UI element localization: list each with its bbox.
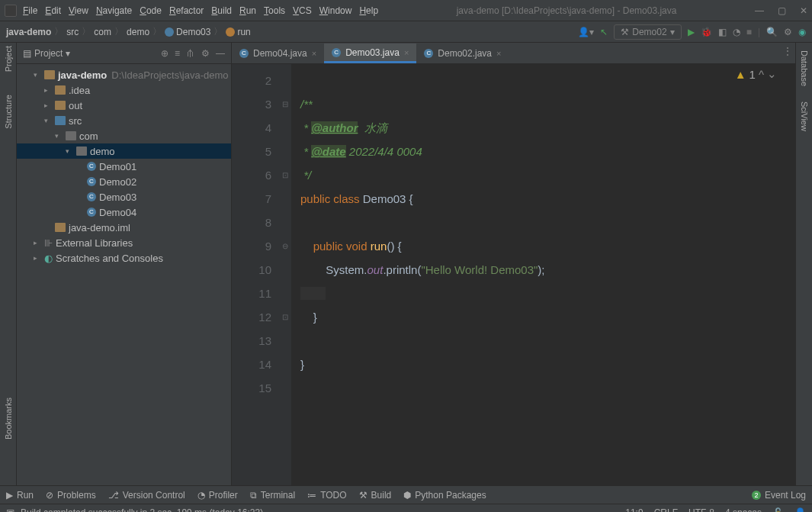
plugin-icon[interactable]: ◉	[798, 27, 806, 37]
hide-icon[interactable]: —	[216, 48, 225, 59]
user-icon[interactable]: 👤▾	[578, 27, 594, 37]
debug-icon[interactable]: 🐞	[701, 27, 712, 37]
chevron-down-icon: ▾	[66, 48, 70, 59]
event-log[interactable]: 2Event Log	[752, 490, 806, 501]
bottom-profiler[interactable]: ◔Profiler	[197, 490, 238, 501]
menu-file[interactable]: File	[23, 5, 37, 16]
code-text[interactable]: /** * @author 水滴 * @date 2022/4/4 0004 *…	[291, 64, 795, 485]
bottom-terminal[interactable]: ⧉Terminal	[250, 490, 295, 501]
tree-item-demo[interactable]: ▾demo	[17, 143, 231, 159]
select-opened-icon[interactable]: ⊕	[161, 48, 168, 59]
tree-item-java-demo-iml[interactable]: java-demo.iml	[17, 220, 231, 235]
settings-icon[interactable]: ⚙	[201, 48, 210, 59]
bottom-version-control[interactable]: ⎇Version Control	[108, 490, 185, 501]
tool-bookmarks[interactable]: Bookmarks	[4, 398, 13, 440]
menu-code[interactable]: Code	[140, 5, 162, 16]
minimize-icon[interactable]: —	[755, 5, 764, 16]
bottom-build[interactable]: ⚒Build	[359, 490, 392, 501]
tool-database[interactable]: Database	[800, 50, 809, 86]
navigation-bar: java-demo〉src〉com〉demo〉Demo03〉run 👤▾ ↖ ⚒…	[0, 21, 812, 43]
tree-item--idea[interactable]: ▸.idea	[17, 82, 231, 98]
code-area[interactable]: 23456789101112131415 ⊟ ⊡ ⊖ ⊡ /** * @auth…	[232, 64, 795, 485]
bottom-todo[interactable]: ≔TODO	[307, 490, 346, 501]
close-tab-icon[interactable]: ×	[404, 48, 409, 57]
bottom-python-packages[interactable]: ⬢Python Packages	[403, 490, 486, 501]
fold-column[interactable]: ⊟ ⊡ ⊖ ⊡	[279, 64, 291, 485]
line-ending[interactable]: CRLF	[654, 507, 678, 513]
expand-all-icon[interactable]: ≡	[175, 48, 180, 59]
menu-vcs[interactable]: VCS	[293, 5, 312, 16]
status-message: Build completed successfully in 2 sec, 1…	[21, 507, 263, 513]
run-icon[interactable]: ▶	[688, 27, 695, 37]
tree-item-demo03[interactable]: CDemo03	[17, 189, 231, 204]
tree-item-java-demo[interactable]: ▾java-demoD:\IdeaProjects\java-demo	[17, 67, 231, 82]
profile-icon[interactable]: ◔	[733, 27, 740, 37]
settings-icon[interactable]: ⚙	[784, 27, 792, 37]
menu-build[interactable]: Build	[211, 5, 232, 16]
tree-item-demo04[interactable]: CDemo04	[17, 204, 231, 220]
breadcrumb-java-demo[interactable]: java-demo	[6, 27, 51, 37]
stop-icon[interactable]: ■	[746, 27, 752, 37]
warning-count: 1	[749, 68, 756, 81]
tool-sciview[interactable]: SciView	[800, 101, 809, 131]
maximize-icon[interactable]: ▢	[778, 5, 786, 16]
left-tool-stripe: ProjectStructureBookmarks	[0, 43, 17, 485]
tree-item-external-libraries[interactable]: ▸⊪External Libraries	[17, 235, 231, 250]
breadcrumb-demo[interactable]: demo	[127, 27, 149, 37]
more-icon[interactable]: ⋮	[783, 46, 792, 56]
menu-help[interactable]: Help	[359, 5, 378, 16]
warning-icon: ▲	[735, 68, 746, 81]
bottom-run[interactable]: ▶Run	[6, 490, 34, 501]
window-title: java-demo [D:\IdeaProjects\java-demo] - …	[378, 5, 755, 16]
readonly-icon[interactable]: 🔓	[772, 507, 784, 513]
right-tool-stripe: DatabaseSciView	[795, 43, 812, 485]
menu-navigate[interactable]: Navigate	[96, 5, 132, 16]
tree-item-scratches-and-consoles[interactable]: ▸◐Scratches and Consoles	[17, 250, 231, 266]
tree-item-out[interactable]: ▸out	[17, 98, 231, 113]
close-icon[interactable]: ✕	[800, 5, 807, 16]
search-icon[interactable]: 🔍	[766, 27, 778, 37]
indent[interactable]: 4 spaces	[725, 507, 762, 513]
run-config-select[interactable]: ⚒ Demo02 ▾	[614, 24, 681, 40]
tab-demo04-java[interactable]: CDemo04.java×	[232, 43, 324, 63]
tree-item-src[interactable]: ▾src	[17, 113, 231, 128]
menu-tools[interactable]: Tools	[264, 5, 285, 16]
breadcrumb-com[interactable]: com	[94, 27, 111, 37]
line-gutter: 23456789101112131415	[232, 64, 279, 485]
close-tab-icon[interactable]: ×	[496, 49, 501, 58]
tree-item-com[interactable]: ▾com	[17, 128, 231, 143]
breadcrumb-src[interactable]: src	[66, 27, 79, 37]
close-tab-icon[interactable]: ×	[312, 49, 316, 58]
inspection-icon[interactable]: 👤	[794, 507, 806, 513]
project-panel: ▤ Project ▾ ⊕ ≡ ⫛ ⚙ — ▾java-demoD:\IdeaP…	[17, 43, 232, 485]
tree-item-demo02[interactable]: CDemo02	[17, 174, 231, 189]
caret-position[interactable]: 11:9	[625, 507, 643, 513]
breadcrumb-demo03[interactable]: Demo03	[165, 27, 210, 37]
encoding[interactable]: UTF-8	[688, 507, 714, 513]
tree-item-demo01[interactable]: CDemo01	[17, 159, 231, 174]
bottom-problems[interactable]: ⊘Problems	[46, 490, 96, 501]
menu-edit[interactable]: Edit	[45, 5, 61, 16]
tool-project[interactable]: Project	[4, 46, 13, 72]
breadcrumb-run[interactable]: run	[226, 27, 250, 37]
tab-demo02-java[interactable]: CDemo02.java×	[416, 43, 509, 63]
project-title: Project	[34, 48, 63, 59]
menu-refactor[interactable]: Refactor	[169, 5, 204, 16]
folder-icon: ▤	[23, 48, 31, 59]
inspection-widget[interactable]: ▲ 1 ^ ⌄	[735, 67, 777, 81]
tool-window-icon[interactable]: ▣	[6, 507, 14, 513]
menu-run[interactable]: Run	[239, 5, 256, 16]
editor-tabs: CDemo04.java×CDemo03.java×CDemo02.java×	[232, 43, 795, 64]
menu-view[interactable]: View	[69, 5, 88, 16]
tab-demo03-java[interactable]: CDemo03.java×	[324, 43, 416, 63]
bottom-tool-bar: ▶Run⊘Problems⎇Version Control◔Profiler⧉T…	[0, 485, 812, 504]
chevron-up-icon[interactable]: ^	[759, 68, 764, 81]
menu-window[interactable]: Window	[319, 5, 352, 16]
coverage-icon[interactable]: ◧	[718, 27, 727, 37]
chevron-down-icon[interactable]: ⌄	[767, 67, 777, 81]
run-config-label: Demo02	[632, 27, 666, 37]
collapse-all-icon[interactable]: ⫛	[186, 48, 195, 59]
project-view-select[interactable]: ▤ Project ▾	[23, 48, 70, 59]
tool-structure[interactable]: Structure	[4, 95, 13, 129]
back-icon[interactable]: ↖	[600, 27, 608, 37]
